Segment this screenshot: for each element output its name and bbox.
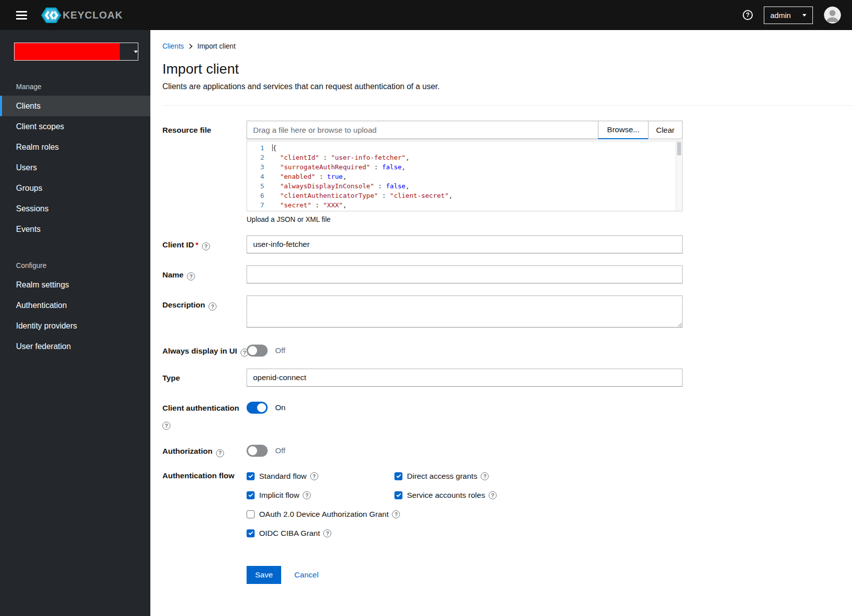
chevron-right-icon [189,44,192,49]
page-subtitle: Clients are applications and services th… [162,82,852,91]
authorization-toggle-state: Off [275,446,285,455]
browse-button[interactable]: Browse... [598,121,649,139]
always-display-toggle[interactable] [247,345,268,357]
cancel-button[interactable]: Cancel [294,570,318,579]
code-line-content: { [272,143,277,153]
help-icon[interactable]: ? [162,422,170,430]
help-icon[interactable]: ? [202,242,210,250]
type-input[interactable] [247,369,683,387]
form-row-client-authentication: Client authentication ? On [162,399,683,430]
breadcrumb-current: Import client [197,42,236,50]
code-line: 5 "alwaysDisplayInConsole" : false, [247,181,675,191]
avatar[interactable] [824,7,841,24]
checkbox-label: OIDC CIBA Grant [259,529,320,538]
help-icon[interactable]: ? [392,510,400,518]
sidebar-item-user-federation[interactable]: User federation [0,336,150,357]
file-upload-input[interactable] [247,121,598,139]
import-client-form: Resource file Browse... Clear 1{2 "clien… [162,121,683,604]
form-row-type: Type [162,369,683,387]
form-actions: Save Cancel [247,566,683,604]
form-row-name: Name? [162,265,683,283]
save-button[interactable]: Save [247,566,281,584]
nav-section-manage: Manage [0,83,150,91]
checkbox-checked-icon[interactable] [247,529,255,537]
checkbox-label: Direct access grants [407,472,477,481]
field-label-client-authentication: Client authentication ? [162,399,247,430]
breadcrumb: Clients Import client [162,42,852,50]
nav-list-manage: Clients Client scopes Realm roles Users … [0,96,150,239]
code-line: 6 "clientAuthenticatorType" : "client-se… [247,191,675,200]
name-input[interactable] [247,265,683,283]
sidebar-item-client-scopes[interactable]: Client scopes [0,116,150,137]
line-number: 6 [247,191,272,200]
form-row-authorization: Authorization? Off [162,442,683,457]
hamburger-menu-icon[interactable] [14,9,29,22]
client-authentication-toggle[interactable] [247,402,268,414]
checkbox-checked-icon[interactable] [247,472,255,480]
checkbox-checked-icon[interactable] [394,491,402,499]
main-content: Clients Import client Import client Clie… [150,30,852,616]
checkbox-item-direct-access-grants[interactable]: Direct access grants? [394,472,683,481]
sidebar-item-groups[interactable]: Groups [0,178,150,198]
checkbox-label: OAuth 2.0 Device Authorization Grant [259,510,388,519]
code-line-content: "clientId" : "user-info-fetcher", [272,153,409,162]
form-row-authentication-flow: Authentication flow Standard flow?Direct… [162,469,683,604]
top-bar: KEYCLOAK ? admin [0,0,852,30]
breadcrumb-clients-link[interactable]: Clients [162,42,184,50]
form-row-client-id: Client ID*? [162,235,683,253]
field-label-type: Type [162,369,247,387]
authorization-toggle[interactable] [247,445,268,457]
code-line-content: "alwaysDisplayInConsole" : false, [272,181,409,191]
clear-button[interactable]: Clear [648,121,683,139]
chevron-down-icon [802,14,806,17]
page-header: Clients Import client Import client Clie… [162,42,852,106]
checkbox-item-oauth-2-0-device-authorization-grant[interactable]: OAuth 2.0 Device Authorization Grant? [247,510,683,519]
nav-section-configure: Configure [0,261,150,269]
client-id-input[interactable] [247,235,683,253]
sidebar-item-realm-settings[interactable]: Realm settings [0,274,150,295]
help-icon[interactable]: ? [310,472,318,480]
user-menu-dropdown[interactable]: admin [764,7,813,24]
scrollbar-thumb[interactable] [677,142,681,155]
help-icon[interactable]: ? [303,491,311,499]
help-icon[interactable]: ? [323,529,331,537]
checkbox-checked-icon[interactable] [394,472,402,480]
description-textarea[interactable] [247,295,683,328]
checkbox-item-implicit-flow[interactable]: Implicit flow? [247,491,394,500]
field-label-client-id: Client ID*? [162,235,247,253]
checkbox-label: Standard flow [259,472,307,481]
sidebar-item-users[interactable]: Users [0,157,150,178]
sidebar-item-authentication[interactable]: Authentication [0,295,150,316]
nav-list-configure: Realm settings Authentication Identity p… [0,274,150,357]
code-line-content: "surrogateAuthRequired" : false, [272,162,405,172]
checkbox-item-standard-flow[interactable]: Standard flow? [247,472,394,481]
field-label-description: Description? [162,295,247,330]
help-icon[interactable]: ? [743,10,753,20]
checkbox-item-oidc-ciba-grant[interactable]: OIDC CIBA Grant? [247,529,683,538]
line-number: 2 [247,153,272,162]
field-label-resource-file: Resource file [162,121,247,223]
sidebar-item-sessions[interactable]: Sessions [0,198,150,219]
checkbox-item-service-accounts-roles[interactable]: Service accounts roles? [394,491,683,500]
sidebar-item-events[interactable]: Events [0,219,150,239]
help-icon[interactable]: ? [481,472,489,480]
code-editor-lines: 1{2 "clientId" : "user-info-fetcher",3 "… [247,143,675,210]
realm-selector[interactable] [14,43,138,61]
field-label-always-display: Always display in UI? [162,342,247,357]
help-icon[interactable]: ? [216,449,224,457]
help-icon[interactable]: ? [187,272,195,280]
code-editor[interactable]: 1{2 "clientId" : "user-info-fetcher",3 "… [247,141,683,211]
line-number: 4 [247,172,272,181]
checkbox-label: Service accounts roles [407,491,485,500]
scrollbar[interactable] [676,141,682,211]
help-icon[interactable]: ? [208,302,217,311]
chevron-down-icon [120,43,138,60]
sidebar-item-realm-roles[interactable]: Realm roles [0,137,150,157]
checkbox-unchecked-icon[interactable] [247,510,255,518]
auth-flow-grid: Standard flow?Direct access grants?Impli… [247,469,683,538]
keycloak-logo: KEYCLOAK [41,8,123,23]
help-icon[interactable]: ? [489,491,497,499]
sidebar-item-clients[interactable]: Clients [0,96,150,116]
sidebar-item-identity-providers[interactable]: Identity providers [0,316,150,336]
checkbox-checked-icon[interactable] [247,491,255,499]
